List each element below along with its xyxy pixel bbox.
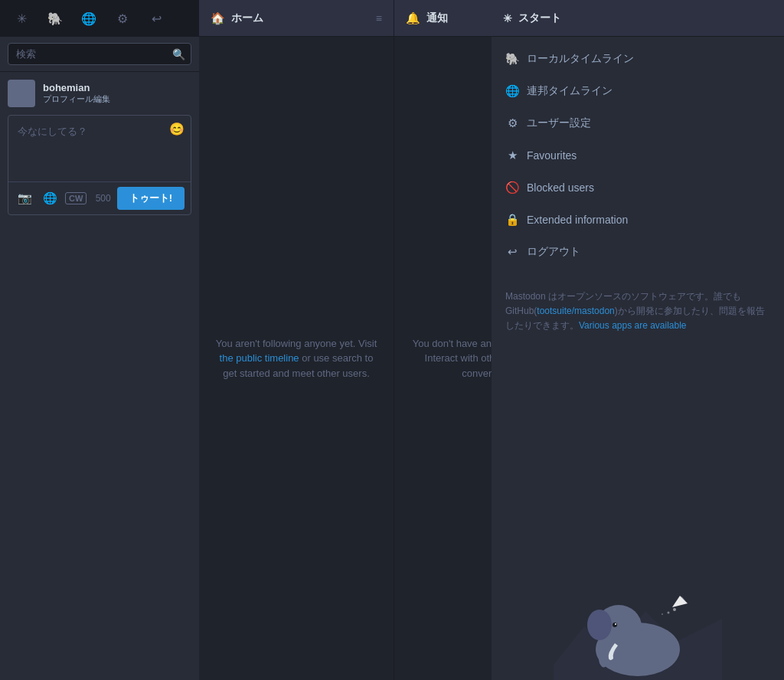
columns-area: 🏠 ホーム ≡ You aren't following anyone yet.… [199,0,492,680]
federated-timeline-label: 連邦タイムライン [527,84,612,98]
notifications-column-body: You don't have any notifications yet. In… [394,37,492,680]
globe-privacy-icon[interactable]: 🌐 [40,190,60,207]
profile-section: bohemian プロフィール編集 [0,72,199,115]
notifications-column-title: 通知 [426,11,448,25]
favourites-label: Favourites [527,149,577,162]
svg-point-8 [673,608,676,611]
nav-settings-icon[interactable]: ⚙ [107,3,138,34]
nav-compose-icon[interactable]: ✳ [6,3,37,34]
nav-logout-icon[interactable]: ↩ [141,3,172,34]
profile-info: bohemian プロフィール編集 [43,82,110,105]
apps-link[interactable]: Various apps are available [579,320,687,331]
extended-info-icon: 🔒 [505,213,519,227]
extended-info-label: Extended information [527,214,628,226]
footer-text: Mastodon はオープンソースのソフトウェアです。誰でもGitHub(too… [492,280,784,343]
logout-label: ログアウト [527,245,580,259]
profile-edit-link[interactable]: プロフィール編集 [43,93,110,105]
left-sidebar: ✳ 🐘 🌐 ⚙ ↩ 🔍 bohemian プロフィール編集 [0,0,199,680]
mascot-image [554,557,722,680]
svg-point-5 [615,623,616,625]
local-timeline-icon: 🐘 [505,52,519,66]
search-container: 🔍 [8,43,191,65]
profile-username: bohemian [43,82,110,93]
notifications-column: 🔔 通知 ✏ ≡ You don't have any notification… [394,0,492,680]
notifications-column-title-area: 🔔 通知 [406,11,448,25]
home-column-title: ホーム [231,11,263,25]
toot-button[interactable]: トゥート! [117,187,185,210]
public-timeline-link[interactable]: the public timeline [220,352,299,364]
compose-header: 😊 [8,116,191,181]
char-count: 500 [96,193,111,204]
start-asterisk-icon: ✳ [503,12,512,25]
nav-icons-bar: ✳ 🐘 🌐 ⚙ ↩ [0,0,199,37]
home-settings-icon[interactable]: ≡ [376,12,382,25]
mascot-area [492,343,784,680]
menu-item-user-settings[interactable]: ⚙ ユーザー設定 [492,107,784,139]
svg-point-9 [668,612,670,614]
svg-point-4 [612,623,617,627]
home-column: 🏠 ホーム ≡ You aren't following anyone yet.… [199,0,394,680]
avatar [8,80,35,107]
favourites-icon: ★ [505,149,519,162]
nav-globe-icon[interactable]: 🌐 [74,3,104,34]
camera-icon[interactable]: 📷 [15,190,35,207]
svg-marker-6 [672,596,688,607]
home-column-header: 🏠 ホーム ≡ [199,0,394,37]
home-column-body: You aren't following anyone yet. Visit t… [199,37,394,680]
notifications-column-header: 🔔 通知 ✏ ≡ [394,0,492,37]
home-column-actions: ≡ [376,12,382,25]
home-empty-message: You aren't following anyone yet. Visit t… [214,336,378,381]
notifications-empty-message: You don't have any notifications yet. In… [410,336,492,381]
menu-item-federated-timeline[interactable]: 🌐 連邦タイムライン [492,75,784,107]
svg-point-10 [662,613,663,615]
svg-point-3 [587,610,612,640]
compose-footer-right: 500 トゥート! [96,187,185,210]
bell-icon: 🔔 [406,11,420,25]
menu-list: 🐘 ローカルタイムライン 🌐 連邦タイムライン ⚙ ユーザー設定 ★ Favou… [492,37,784,274]
github-link[interactable]: tootsuite/mastodon [537,306,614,316]
local-timeline-label: ローカルタイムライン [527,52,634,66]
right-panel: ✳ スタート 🐘 ローカルタイムライン 🌐 連邦タイムライン ⚙ ユーザー設定 … [492,0,784,680]
logout-menu-icon: ↩ [505,245,519,259]
menu-item-logout[interactable]: ↩ ログアウト [492,236,784,268]
search-input[interactable] [8,43,191,65]
user-settings-icon: ⚙ [505,116,519,130]
blocked-users-icon: 🚫 [505,181,519,195]
compose-textarea[interactable] [15,122,165,175]
home-icon: 🏠 [211,11,225,25]
compose-footer: 📷 🌐 CW 500 トゥート! [8,181,191,214]
cw-button[interactable]: CW [65,192,87,204]
menu-item-favourites[interactable]: ★ Favourites [492,139,784,172]
search-bar: 🔍 [0,37,199,72]
nav-elephant-icon[interactable]: 🐘 [40,3,70,34]
compose-area: 😊 📷 🌐 CW 500 トゥート! [8,115,191,215]
menu-item-extended-info[interactable]: 🔒 Extended information [492,204,784,236]
user-settings-label: ユーザー設定 [527,116,591,130]
federated-timeline-icon: 🌐 [505,84,519,98]
home-column-title-area: 🏠 ホーム [211,11,263,25]
right-panel-header: ✳ スタート [492,0,784,37]
right-panel-title: ✳ スタート [503,11,561,25]
emoji-icon[interactable]: 😊 [169,122,185,136]
menu-item-blocked-users[interactable]: 🚫 Blocked users [492,172,784,204]
search-icon: 🔍 [172,48,185,60]
blocked-users-label: Blocked users [527,181,594,194]
menu-item-local-timeline[interactable]: 🐘 ローカルタイムライン [492,43,784,75]
